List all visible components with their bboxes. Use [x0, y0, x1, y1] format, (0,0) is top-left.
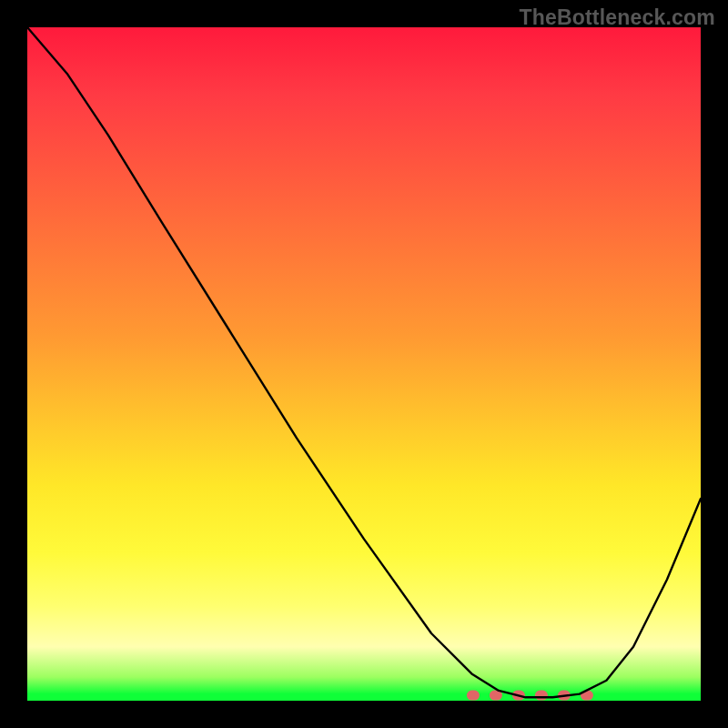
plot-area: [27, 27, 701, 701]
curve-layer: [27, 27, 701, 701]
watermark-text: TheBottleneck.com: [519, 5, 715, 30]
chart-frame: TheBottleneck.com: [0, 0, 728, 728]
bottleneck-curve: [27, 27, 701, 697]
